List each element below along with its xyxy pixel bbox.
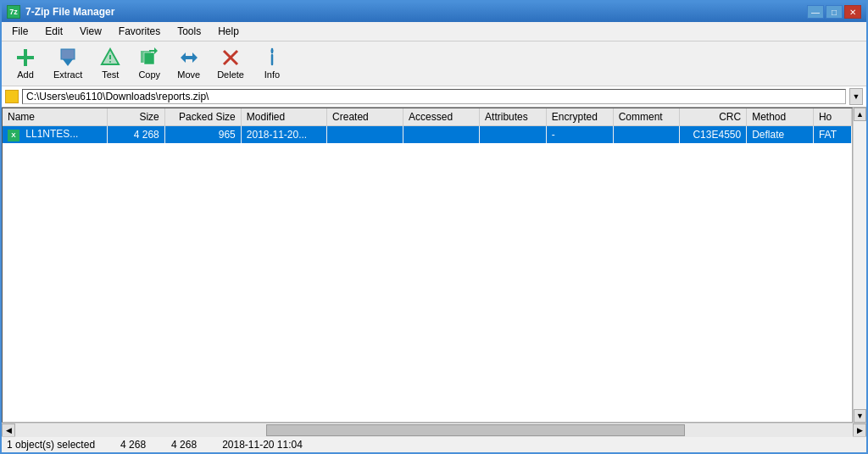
- content-area: Name Size Packed Size Modified Created A…: [2, 108, 866, 423]
- scroll-right-button[interactable]: ▶: [853, 424, 866, 437]
- minimize-button[interactable]: —: [807, 5, 824, 19]
- add-button[interactable]: Add: [7, 45, 44, 82]
- close-button[interactable]: ✕: [844, 5, 861, 19]
- move-icon: [179, 47, 199, 68]
- excel-icon: X: [8, 130, 19, 141]
- col-packed[interactable]: Packed Size: [164, 108, 241, 126]
- file-attributes: [480, 126, 547, 144]
- extract-button[interactable]: Extract: [46, 45, 90, 82]
- test-icon: [100, 47, 120, 68]
- title-bar: 7z 7-Zip File Manager — □ ✕: [2, 2, 866, 22]
- test-label: Test: [102, 69, 119, 80]
- main-window: 7z 7-Zip File Manager — □ ✕ File Edit Vi…: [0, 0, 868, 454]
- col-comment[interactable]: Comment: [613, 108, 680, 126]
- menu-help[interactable]: Help: [211, 24, 246, 39]
- menu-edit[interactable]: Edit: [38, 24, 70, 39]
- test-button[interactable]: Test: [92, 45, 129, 82]
- file-crc: C13E4550: [680, 126, 747, 144]
- column-headers: Name Size Packed Size Modified Created A…: [3, 108, 852, 126]
- col-encrypted[interactable]: Encrypted: [546, 108, 613, 126]
- add-icon: [15, 47, 36, 68]
- svg-rect-18: [6, 94, 18, 102]
- file-created: [327, 126, 403, 144]
- status-size: 4 268: [120, 439, 146, 451]
- file-method: Deflate: [747, 126, 814, 144]
- extract-label: Extract: [53, 69, 82, 80]
- file-name: X LL1NTES...: [3, 126, 108, 144]
- svg-marker-3: [63, 59, 73, 66]
- info-icon: [262, 47, 282, 68]
- table-row[interactable]: X LL1NTES... 4 268 965 2018-11-20... - C…: [3, 126, 852, 144]
- copy-label: Copy: [138, 69, 160, 80]
- svg-point-16: [270, 50, 273, 53]
- scroll-left-button[interactable]: ◀: [2, 424, 15, 437]
- file-modified: 2018-11-20...: [241, 126, 326, 144]
- info-label: Info: [264, 69, 280, 80]
- delete-label: Delete: [217, 69, 244, 80]
- svg-rect-9: [144, 53, 154, 64]
- scroll-up-button[interactable]: ▲: [854, 108, 866, 121]
- maximize-button[interactable]: □: [826, 5, 843, 19]
- move-label: Move: [177, 69, 200, 80]
- file-table: Name Size Packed Size Modified Created A…: [3, 108, 852, 143]
- menu-tools[interactable]: Tools: [170, 24, 208, 39]
- status-packed: 4 268: [171, 439, 197, 451]
- file-size: 4 268: [108, 126, 165, 144]
- col-host[interactable]: Ho: [813, 108, 851, 126]
- col-created[interactable]: Created: [327, 108, 403, 126]
- title-controls: — □ ✕: [807, 5, 861, 19]
- svg-rect-2: [61, 49, 75, 59]
- svg-point-7: [109, 61, 111, 63]
- delete-icon: [220, 47, 241, 68]
- file-encrypted: -: [546, 126, 613, 144]
- add-label: Add: [17, 69, 34, 80]
- file-accessed: [403, 126, 480, 144]
- info-button[interactable]: Info: [253, 45, 291, 82]
- col-method[interactable]: Method: [747, 108, 814, 126]
- address-bar: ▼: [2, 86, 866, 108]
- app-icon: 7z: [7, 5, 20, 19]
- col-attributes[interactable]: Attributes: [480, 108, 547, 126]
- folder-icon: [5, 90, 19, 103]
- file-comment: [613, 126, 680, 144]
- window-title: 7-Zip File Manager: [25, 6, 114, 18]
- col-crc[interactable]: CRC: [680, 108, 747, 126]
- toolbar: Add Extract Test: [2, 42, 866, 86]
- svg-rect-1: [17, 56, 34, 59]
- file-host: FAT: [813, 126, 851, 144]
- title-bar-left: 7z 7-Zip File Manager: [7, 5, 114, 19]
- menu-file[interactable]: File: [5, 24, 35, 39]
- delete-button[interactable]: Delete: [209, 45, 252, 82]
- col-name[interactable]: Name: [3, 108, 108, 126]
- scroll-thumb[interactable]: [266, 424, 685, 436]
- file-list[interactable]: Name Size Packed Size Modified Created A…: [2, 108, 853, 423]
- col-modified[interactable]: Modified: [241, 108, 326, 126]
- file-packed: 965: [164, 126, 241, 144]
- menu-view[interactable]: View: [73, 24, 108, 39]
- move-button[interactable]: Move: [170, 45, 208, 82]
- col-size[interactable]: Size: [108, 108, 165, 126]
- status-selected: 1 object(s) selected: [7, 439, 95, 451]
- status-bar: 1 object(s) selected 4 268 4 268 2018-11…: [2, 436, 866, 452]
- address-input[interactable]: [22, 89, 846, 104]
- copy-icon: [139, 47, 159, 68]
- menu-favorites[interactable]: Favorites: [112, 24, 167, 39]
- col-accessed[interactable]: Accessed: [403, 108, 480, 126]
- vertical-scrollbar[interactable]: ▲ ▼: [853, 108, 866, 423]
- scroll-down-button[interactable]: ▼: [854, 409, 866, 423]
- svg-rect-19: [6, 92, 11, 95]
- scroll-track: [15, 424, 853, 437]
- svg-marker-11: [154, 47, 158, 54]
- copy-button[interactable]: Copy: [131, 45, 168, 82]
- menu-bar: File Edit View Favorites Tools Help: [2, 22, 866, 42]
- horizontal-scrollbar[interactable]: ◀ ▶: [2, 423, 866, 436]
- address-dropdown[interactable]: ▼: [849, 88, 863, 105]
- svg-marker-12: [181, 53, 198, 63]
- extract-icon: [58, 47, 78, 68]
- status-date: 2018-11-20 11:04: [222, 439, 303, 451]
